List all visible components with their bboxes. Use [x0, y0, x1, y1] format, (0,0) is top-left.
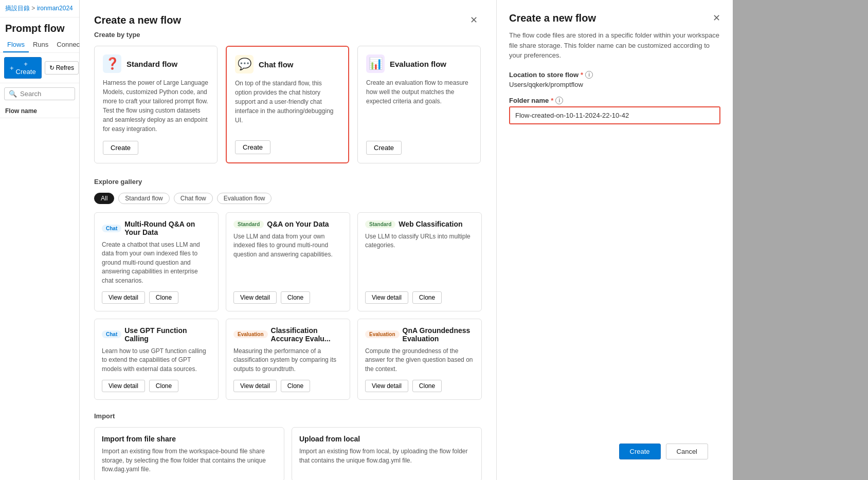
evaluation-flow-create-button[interactable]: Create [366, 141, 402, 155]
right-panel-wrapper: Create a new flow ✕ The flow code files … [509, 12, 720, 468]
filter-all-button[interactable]: All [94, 193, 114, 204]
refresh-icon: ↻ [49, 64, 55, 71]
standard-flow-title: Standard flow [126, 60, 177, 68]
gallery-qna-ground-view-button[interactable]: View detail [365, 380, 408, 392]
import-local-card[interactable]: Upload from local Import an existing flo… [292, 427, 482, 480]
gallery-multi-round-clone-button[interactable]: Clone [149, 291, 178, 304]
panel-create-button[interactable]: Create [619, 444, 661, 459]
import-fileshare-title: Import from file share [102, 435, 277, 443]
standard-flow-card[interactable]: ❓ Standard flow Harness the power of Lar… [94, 46, 218, 163]
gallery-card-gpt-func-actions: View detail Clone [102, 380, 211, 392]
gallery-card-qna-ground-actions: View detail Clone [365, 380, 474, 392]
gallery-qa-view-button[interactable]: View detail [233, 291, 277, 304]
gallery-card-class-acc: Evaluation Classification Accuracy Evalu… [226, 319, 350, 400]
evaluation-flow-desc: Create an evaluation flow to measure how… [366, 78, 472, 134]
gallery-card-gpt-func-desc: Learn how to use GPT function calling to… [102, 347, 211, 374]
gallery-card-gpt-func: Chat Use GPT Function Calling Learn how … [94, 319, 219, 400]
gallery-card-qna-ground-title: QnA Groundedness Evaluation [403, 326, 474, 343]
location-info-icon[interactable]: i [585, 71, 593, 79]
import-grid: Import from file share Import an existin… [94, 427, 482, 480]
location-field-label: Location to store flow * i [509, 71, 720, 79]
gallery-card-multi-round-title: Multi-Round Q&A on Your Data [124, 220, 211, 236]
gallery-card-multi-round: Chat Multi-Round Q&A on Your Data Create… [94, 212, 219, 311]
chat-flow-card[interactable]: 💬 Chat flow On top of the standard flow,… [226, 46, 349, 163]
location-value: Users/qqkerk/promptflow [509, 81, 720, 88]
flow-types-container: ❓ Standard flow Harness the power of Lar… [94, 46, 482, 163]
chat-flow-icon: 💬 [235, 55, 254, 73]
gallery-card-qa: Standard Q&A on Your Data Use LLM and da… [226, 212, 350, 311]
standard-flow-desc: Harness the power of Large Language Mode… [103, 78, 209, 134]
gallery-class-acc-clone-button[interactable]: Clone [281, 380, 310, 392]
gallery-card-multi-round-desc: Create a chatbot that uses LLM and data … [102, 241, 211, 285]
create-by-type-label: Create by type [94, 31, 482, 39]
folder-name-input[interactable] [510, 107, 719, 123]
gallery-gpt-func-clone-button[interactable]: Clone [149, 380, 178, 392]
gallery-web-class-clone-button[interactable]: Clone [412, 291, 442, 304]
main-content: Create a new flow ✕ Create by type ❓ Sta… [80, 0, 868, 480]
gallery-card-qna-ground-header: Evaluation QnA Groundedness Evaluation [365, 326, 474, 343]
sidebar-actions: + + Create ↻ Refres [0, 53, 79, 83]
folder-name-info-icon[interactable]: i [555, 97, 563, 104]
chat-flow-title: Chat flow [259, 60, 294, 69]
gallery-card-qa-actions: View detail Clone [233, 291, 342, 304]
modal-close-button[interactable]: ✕ [466, 12, 482, 28]
page-title: Prompt flow [0, 17, 79, 38]
gallery-card-web-class: Standard Web Classification Use LLM to c… [357, 212, 482, 311]
gallery-card-qa-tag: Standard [233, 220, 264, 228]
gallery-card-class-acc-actions: View detail Clone [233, 380, 342, 392]
panel-cancel-button[interactable]: Cancel [666, 444, 708, 459]
standard-flow-header: ❓ Standard flow [103, 54, 209, 73]
gallery-card-web-class-desc: Use LLM to classify URLs into multiple c… [365, 232, 474, 285]
sidebar-item-flows[interactable]: Flows [3, 38, 29, 52]
location-required: * [581, 71, 583, 79]
refresh-button[interactable]: ↻ Refres [45, 61, 79, 75]
chat-flow-create-button[interactable]: Create [235, 140, 270, 154]
filter-evaluation-button[interactable]: Evaluation flow [217, 193, 272, 204]
chat-flow-header: 💬 Chat flow [235, 55, 340, 73]
sidebar: 摘設目錄 > ironman2024 Prompt flow Flows Run… [0, 0, 80, 480]
right-panel-close-button[interactable]: ✕ [713, 12, 720, 24]
search-icon: 🔍 [9, 90, 17, 98]
import-label: Import [94, 412, 482, 420]
gallery-web-class-view-button[interactable]: View detail [365, 291, 408, 304]
breadcrumb-current: ironman2024 [37, 5, 73, 12]
gallery-card-gpt-func-header: Chat Use GPT Function Calling [102, 326, 211, 343]
gallery-card-qa-header: Standard Q&A on Your Data [233, 220, 342, 228]
sidebar-item-runs[interactable]: Runs [29, 38, 52, 52]
gallery-filters: All Standard flow Chat flow Evaluation f… [94, 193, 482, 204]
gallery-qna-ground-clone-button[interactable]: Clone [412, 380, 442, 392]
import-fileshare-desc: Import an existing flow from the workspa… [102, 447, 277, 474]
gallery-class-acc-view-button[interactable]: View detail [233, 380, 277, 392]
panel-actions: Create Cancel [619, 444, 709, 459]
gallery-card-qna-ground: Evaluation QnA Groundedness Evaluation C… [357, 319, 482, 400]
create-button[interactable]: + + Create [4, 57, 42, 79]
gallery-qa-clone-button[interactable]: Clone [281, 291, 310, 304]
search-input[interactable] [20, 90, 70, 98]
gallery-card-class-acc-desc: Measuring the performance of a classific… [233, 347, 342, 374]
folder-name-required: * [551, 97, 553, 104]
gallery-card-gpt-func-tag: Chat [102, 330, 121, 338]
filter-standard-button[interactable]: Standard flow [118, 193, 169, 204]
import-fileshare-card[interactable]: Import from file share Import an existin… [94, 427, 284, 480]
filter-chat-button[interactable]: Chat flow [174, 193, 213, 204]
gallery-card-qna-ground-desc: Compute the groundedness of the answer f… [365, 347, 474, 374]
standard-flow-icon: ❓ [103, 54, 121, 73]
gallery-card-multi-round-actions: View detail Clone [102, 291, 211, 304]
gallery-gpt-func-view-button[interactable]: View detail [102, 380, 145, 392]
standard-flow-create-button[interactable]: Create [103, 141, 138, 155]
gallery-label: Explore gallery [94, 178, 482, 186]
import-local-title: Upload from local [299, 435, 474, 443]
modal-title: Create a new flow [94, 14, 181, 26]
gallery-card-web-class-tag: Standard [365, 220, 395, 228]
breadcrumb-parent[interactable]: 摘設目錄 [5, 5, 30, 12]
folder-name-field-label: Folder name * i [509, 97, 720, 104]
gallery-card-multi-round-tag: Chat [102, 225, 121, 232]
gallery-card-class-acc-title: Classification Accuracy Evalu... [271, 326, 342, 343]
import-local-desc: Import an existing flow from local, by u… [299, 447, 474, 465]
gallery-multi-round-view-button[interactable]: View detail [102, 291, 145, 304]
gallery-grid: Chat Multi-Round Q&A on Your Data Create… [94, 212, 482, 400]
evaluation-flow-header: 📊 Evaluation flow [366, 54, 472, 73]
gallery-card-class-acc-tag: Evaluation [233, 330, 268, 338]
gallery-card-qa-title: Q&A on Your Data [267, 220, 329, 228]
evaluation-flow-card[interactable]: 📊 Evaluation flow Create an evaluation f… [357, 46, 481, 163]
